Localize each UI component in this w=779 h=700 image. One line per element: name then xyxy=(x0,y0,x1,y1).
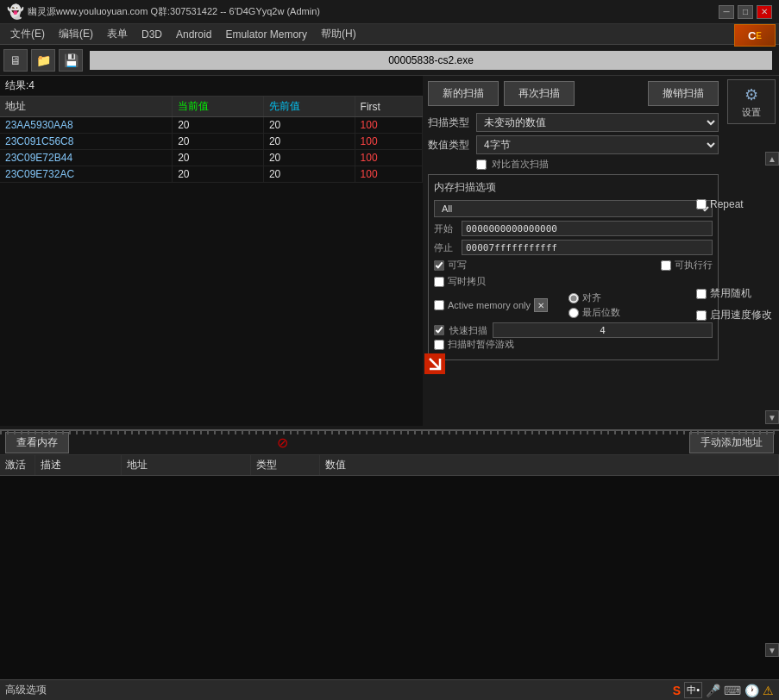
menu-help[interactable]: 帮助(H) xyxy=(314,25,363,43)
quick-scan-label: 快速扫描 xyxy=(449,324,487,337)
compare-first-row: 对比首次扫描 xyxy=(476,158,719,171)
settings-label: 设置 xyxy=(742,106,761,119)
cancel-scan-button[interactable]: 撤销扫描 xyxy=(648,81,719,106)
writable-checkbox[interactable] xyxy=(434,260,444,271)
stop-label: 停止 xyxy=(434,241,456,254)
col-value: 数值 xyxy=(319,455,779,476)
table-row[interactable]: 23C091C56C8 20 20 100 xyxy=(0,134,423,150)
cell-prev: 20 xyxy=(263,134,355,150)
stop-input[interactable] xyxy=(462,240,713,255)
menu-d3d[interactable]: D3D xyxy=(135,27,169,42)
quick-scan-value[interactable] xyxy=(493,322,713,338)
quick-scan-row: 快速扫描 xyxy=(434,322,713,338)
settings-button[interactable]: ⚙ 设置 xyxy=(727,79,776,124)
view-memory-button[interactable]: 查看内存 xyxy=(5,432,69,453)
col-first: First xyxy=(355,97,422,117)
data-type-select[interactable]: 4字节 2字节 1字节 8字节 Float Double xyxy=(476,135,719,154)
enable-speed-checkbox[interactable] xyxy=(696,310,707,321)
menubar: 文件(E) 编辑(E) 表单 D3D Android Emulator Memo… xyxy=(0,24,779,45)
writable-label: 可写 xyxy=(448,259,467,272)
scan-type-select[interactable]: 未变动的数值 精确数值 比上次大的数值 比上次小的数值 xyxy=(476,113,719,132)
repeat-option: Repeat xyxy=(696,198,772,210)
menu-android[interactable]: Android xyxy=(169,27,218,42)
resize-handle[interactable] xyxy=(0,431,779,434)
mem-all-select[interactable]: All xyxy=(434,200,713,217)
col-type: 类型 xyxy=(250,455,319,476)
arrow-icon[interactable] xyxy=(424,353,445,374)
status-icons: S 中• 🎤 ⌨ 🕐 ⚠ xyxy=(673,682,774,698)
scan-buttons-row: 新的扫描 再次扫描 撤销扫描 xyxy=(428,81,719,106)
pause-game-item: 扫描时暂停游戏 xyxy=(434,338,514,351)
keyboard-icon[interactable]: ⌨ xyxy=(724,684,741,697)
disable-random-option: 禁用随机 xyxy=(696,286,772,301)
menu-table[interactable]: 表单 xyxy=(100,25,135,43)
gear-icon: ⚙ xyxy=(744,85,758,104)
align-radio[interactable] xyxy=(569,293,579,303)
enable-speed-label: 启用速度修改 xyxy=(710,308,772,322)
ce-icon: C xyxy=(748,29,756,42)
open-file-button[interactable]: 📁 xyxy=(31,49,55,72)
enable-speed-option: 启用速度修改 xyxy=(696,308,772,322)
menu-emulator-memory[interactable]: Emulator Memory xyxy=(218,27,314,42)
compare-first-checkbox[interactable] xyxy=(476,159,487,170)
col-addr: 地址 xyxy=(121,455,250,476)
executable-checkbox[interactable] xyxy=(661,260,671,271)
last-bit-radio-item: 最后位数 xyxy=(569,306,620,319)
mic-icon[interactable]: 🎤 xyxy=(706,684,720,697)
repeat-checkbox[interactable] xyxy=(696,199,707,209)
chinese-icon[interactable]: 中• xyxy=(684,682,702,698)
active-memory-row: Active memory only ✕ 对齐 最后位数 xyxy=(434,291,713,319)
statusbar: 高级选项 S 中• 🎤 ⌨ 🕐 ⚠ xyxy=(0,679,779,700)
scroll-down-bottom-button[interactable]: ▼ xyxy=(765,643,779,657)
close-button[interactable]: ✕ xyxy=(757,5,772,19)
menu-edit[interactable]: 编辑(E) xyxy=(52,25,100,43)
col-prev: 先前值 xyxy=(263,97,355,117)
maximize-button[interactable]: □ xyxy=(738,5,753,19)
cell-addr: 23C09E72B44 xyxy=(0,150,173,166)
active-memory-clear-btn[interactable]: ✕ xyxy=(534,298,548,312)
copy-on-write-checkbox[interactable] xyxy=(434,277,444,287)
cell-first: 100 xyxy=(355,134,422,150)
copy-on-write-item: 写时拷贝 xyxy=(434,275,486,288)
disable-random-checkbox[interactable] xyxy=(696,289,707,299)
new-scan-button[interactable]: 新的扫描 xyxy=(428,81,499,106)
active-memory-checkbox[interactable] xyxy=(434,300,444,310)
copy-on-write-label: 写时拷贝 xyxy=(448,275,486,288)
table-row[interactable]: 23C09E732AC 20 20 100 xyxy=(0,166,423,183)
process-bar[interactable]: 00005838-cs2.exe xyxy=(90,51,772,70)
memory-scan-title: 内存扫描选项 xyxy=(434,180,713,195)
rescan-button[interactable]: 再次扫描 xyxy=(504,81,575,106)
titlebar-controls: ─ □ ✕ xyxy=(719,5,772,19)
scroll-up-button[interactable]: ▲ xyxy=(765,152,779,166)
cell-current: 20 xyxy=(173,117,264,134)
start-input[interactable] xyxy=(462,221,713,236)
mem-start-row: 开始 xyxy=(434,221,713,236)
table-row[interactable]: 23C09E72B44 20 20 100 xyxy=(0,150,423,166)
menu-file[interactable]: 文件(E) xyxy=(3,25,52,43)
alert-icon[interactable]: ⚠ xyxy=(763,684,774,697)
no-entry-icon[interactable]: ⊘ xyxy=(273,434,291,452)
writable-executable-row: 可写 可执行行 xyxy=(434,259,713,272)
pause-game-label: 扫描时暂停游戏 xyxy=(448,338,514,351)
col-current: 当前值 xyxy=(173,97,264,117)
cell-addr: 23C09E732AC xyxy=(0,166,173,183)
cell-prev: 20 xyxy=(263,117,355,134)
quick-scan-checkbox[interactable] xyxy=(434,325,444,335)
col-address: 地址 xyxy=(0,97,173,117)
pause-game-checkbox[interactable] xyxy=(434,340,444,350)
start-label: 开始 xyxy=(434,222,456,235)
table-row[interactable]: 23AA5930AA8 20 20 100 xyxy=(0,117,423,134)
minimize-button[interactable]: ─ xyxy=(719,5,734,19)
save-button[interactable]: 💾 xyxy=(59,49,83,72)
scan-type-label: 扫描类型 xyxy=(428,116,471,130)
mem-all-row: All xyxy=(434,200,713,217)
scroll-down-main-button[interactable]: ▼ xyxy=(765,410,779,424)
clock-icon[interactable]: 🕐 xyxy=(744,684,759,697)
open-process-button[interactable]: 🖥 xyxy=(3,49,28,72)
ce-logo[interactable]: C E xyxy=(734,24,776,47)
add-address-button[interactable]: 手动添加地址 xyxy=(689,432,774,453)
results-count: 结果:4 xyxy=(0,76,423,97)
last-bit-radio[interactable] xyxy=(569,308,579,318)
align-radio-group: 对齐 最后位数 xyxy=(569,291,620,319)
cell-addr: 23AA5930AA8 xyxy=(0,117,173,134)
